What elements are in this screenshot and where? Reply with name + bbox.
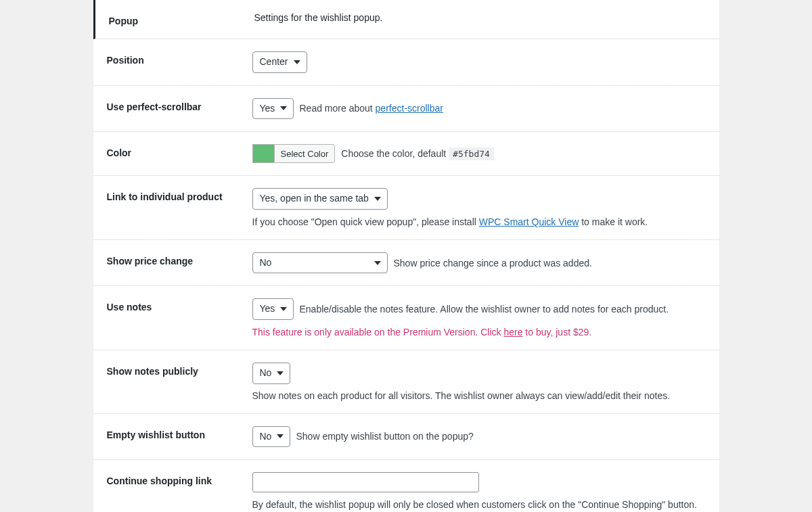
use-notes-premium-note: This feature is only available on the Pr… [252, 327, 706, 338]
row-link-product: Link to individual product Yes, open in … [93, 176, 719, 240]
position-select[interactable]: Center [252, 51, 307, 73]
row-continue-shopping: Continue shopping link By default, the w… [93, 460, 719, 512]
label-use-notes: Use notes [107, 298, 252, 312]
row-price-change: Show price change No Show price change s… [93, 240, 719, 287]
section-title: Popup [109, 12, 254, 26]
wpc-quickview-link[interactable]: WPC Smart Quick View [479, 216, 579, 227]
row-perfect-scrollbar: Use perfect-scrollbar Yes Read more abou… [93, 86, 719, 133]
empty-wishlist-select[interactable]: No [252, 426, 290, 448]
premium-buy-link[interactable]: here [503, 327, 522, 338]
continue-shopping-input[interactable] [252, 472, 479, 492]
perfect-scrollbar-link[interactable]: perfect-scrollbar [376, 103, 443, 114]
use-notes-hint: Enable/disable the notes feature. Allow … [300, 304, 669, 315]
continue-shopping-subtext: By default, the wishlist popup will only… [252, 499, 706, 510]
label-position: Position [107, 51, 252, 66]
use-notes-select[interactable]: Yes [252, 298, 294, 320]
color-swatch[interactable] [252, 144, 274, 163]
color-default-code: #5fbd74 [449, 147, 494, 160]
row-show-notes-publicly: Show notes publicly No Show notes on eac… [93, 350, 719, 414]
label-color: Color [107, 144, 252, 158]
price-change-select[interactable]: No [252, 252, 388, 274]
link-product-subtext: If you choose "Open quick view popup", p… [252, 216, 706, 227]
section-header-popup: Popup Settings for the wishlist popup. [93, 0, 719, 39]
label-show-notes-publicly: Show notes publicly [107, 363, 252, 377]
label-price-change: Show price change [107, 252, 252, 266]
row-use-notes: Use notes Yes Enable/disable the notes f… [93, 286, 719, 350]
perfect-scrollbar-select[interactable]: Yes [252, 98, 294, 120]
row-color: Color Select Color Choose the color, def… [93, 132, 719, 176]
link-product-select[interactable]: Yes, open in the same tab [252, 188, 388, 210]
perfect-scrollbar-hint: Read more about perfect-scrollbar [300, 103, 443, 114]
show-notes-publicly-select[interactable]: No [252, 363, 290, 384]
row-empty-wishlist: Empty wishlist button No Show empty wish… [93, 414, 719, 461]
show-notes-publicly-hint: Show notes on each product for all visit… [252, 390, 671, 401]
label-continue-shopping: Continue shopping link [107, 472, 252, 486]
select-color-button[interactable]: Select Color [274, 144, 336, 163]
empty-wishlist-hint: Show empty wishlist button on the popup? [296, 431, 474, 442]
section-description: Settings for the wishlist popup. [254, 12, 719, 26]
label-perfect-scrollbar: Use perfect-scrollbar [107, 98, 252, 112]
row-position: Position Center [93, 39, 719, 86]
label-link-product: Link to individual product [107, 188, 252, 202]
price-change-hint: Show price change since a product was ad… [394, 258, 592, 269]
color-hint: Choose the color, default #5fbd74 [341, 148, 494, 159]
label-empty-wishlist: Empty wishlist button [107, 426, 252, 440]
